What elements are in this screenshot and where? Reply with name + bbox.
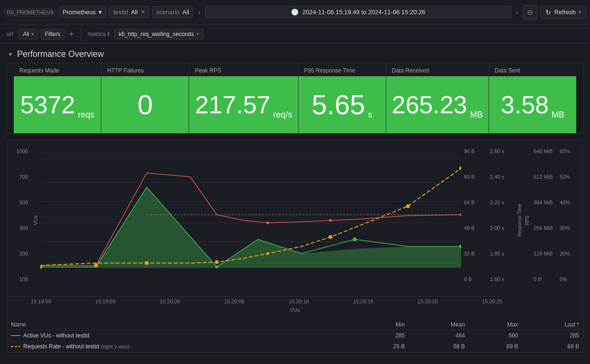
ds-name: Prometheus [63,9,96,16]
y-axis-right2: 2.60 s 2.40 s 2.20 s 2.00 s 1.80 s 1.60 … [487,145,516,296]
stat-card-data-sent: Data Sent 3.58 MB [489,64,576,133]
filters-button[interactable]: Filters [41,29,65,39]
stat-value-data-received: 265.23 [392,92,467,117]
stat-card-header-data-received: Data Received [386,64,489,76]
stat-card-body-data-received: 265.23 MB [386,76,489,133]
svg-point-21 [460,213,461,216]
ds-label: DS_PROMETHEUS [4,8,56,17]
add-filter-button[interactable]: + [67,30,75,38]
stat-card-requests-made: Requests Made 5372 reqs [14,64,101,133]
url-chevron-icon: ▾ [31,31,34,36]
y-axis-left-label: VUs [31,145,40,296]
filter2-label: scenario [156,9,180,16]
info-icon[interactable]: ℹ [108,31,109,37]
svg-point-9 [94,264,98,267]
legend-col-min: Min [355,319,408,330]
legend-min-2: 25 B [355,341,408,352]
stat-value-http-failures: 0 [137,91,153,118]
refresh-button[interactable]: ↻ Refresh ▾ [540,6,586,18]
legend-color-1 [11,335,20,336]
svg-point-19 [266,221,269,224]
legend-col-last: Last * [522,319,583,330]
section-collapse-button[interactable]: ▼ [8,51,13,58]
legend-sub-note-2: (right y-axis) [101,344,130,349]
filter1-clear-icon[interactable]: ✕ [141,9,145,15]
metrics-value: k6_http_req_waiting_seconds [118,31,194,37]
svg-point-16 [215,265,218,268]
legend-row-1: Active VUs - without testid 285 464 500 … [7,330,583,341]
top-bar: DS_PROMETHEUS Prometheus ▾ testid All ✕ … [0,0,590,25]
chevron-down-icon: ▾ [99,9,102,16]
section-title: Performance Overview [17,49,104,59]
svg-point-13 [328,235,332,239]
filter1-value: All [131,9,137,16]
time-prev-button[interactable]: ‹ [196,9,202,16]
stat-card-body-requests-made: 5372 reqs [14,76,101,133]
metrics-selector[interactable]: k6_http_req_waiting_seconds ▾ [114,29,203,39]
divider [81,27,81,41]
legend-mean-2: 58 B [408,341,469,352]
filter1-label: testid [113,9,128,16]
legend-col-max: Max [469,319,522,330]
url-label: url [4,29,16,39]
filter2-pill[interactable]: scenario All [152,6,194,18]
legend-max-1: 500 [469,330,522,341]
url-all-selector[interactable]: All ▾ [18,29,37,39]
stat-card-header-requests-made: Requests Made [14,64,101,76]
y-axis-rps-label: Response Time [516,145,523,296]
stat-value-p95-response: 5.65 [312,91,365,118]
second-bar: url All ▾ Filters + metrics ℹ k6_http_re… [0,25,590,44]
stat-card-data-received: Data Received 265.23 MB [386,64,489,133]
stat-unit-data-sent: MB [552,110,564,124]
y-axis-right4: 60% 50% 40% 30% 20% 0% [557,145,583,296]
ds-selector[interactable]: Prometheus ▾ [58,6,106,18]
refresh-chevron-icon: ▾ [579,9,581,15]
stat-unit-peak-rps: req/s [273,110,292,124]
svg-point-17 [353,237,356,241]
url-all-value: All [23,31,29,37]
clock-icon: 🕐 [291,9,299,16]
svg-point-12 [266,252,269,255]
legend-col-name: Name [7,319,355,330]
y-axis-response-label: RPS [523,145,531,296]
legend-mean-1: 464 [408,330,469,341]
section-header: ▼ Performance Overview [0,44,590,63]
legend-last-2: 89 B [522,341,583,352]
legend-max-2: 89 B [469,341,522,352]
stat-card-http-failures: HTTP Failures 0 [101,64,189,133]
chart-container: 1000 700 500 300 200 100 VUs [7,139,583,353]
stat-card-body-peak-rps: 217.57 req/s [189,76,298,133]
y-axis-right3: 640 MiB 512 MiB 384 MiB 256 MiB 128 MiB … [531,145,557,296]
chart-svg [40,145,461,282]
chart-main[interactable] [40,145,461,296]
time-range-selector[interactable]: 🕐 2024-11-06 15:19:49 to 2024-11-06 15:2… [205,6,511,18]
metrics-chevron-icon: ▾ [197,31,199,36]
legend-table: Name Min Mean Max Last * Active VUs - wi… [7,319,583,352]
time-next-button[interactable]: › [514,9,520,16]
legend-last-1: 285 [522,330,583,341]
svg-point-10 [145,261,148,265]
stat-unit-p95-response: s [368,110,372,124]
legend-min-1: 285 [355,330,408,341]
svg-point-11 [215,260,218,264]
chart-inner: 1000 700 500 300 200 100 VUs [7,145,583,296]
zoom-out-button[interactable]: ⊖ [523,5,537,19]
stat-card-header-p95-response: P95 Response Time [299,64,386,76]
filter1-pill[interactable]: testid All ✕ [109,6,149,18]
legend-col-mean: Mean [408,319,469,330]
y-axis-left: 1000 700 500 300 200 100 [7,145,31,296]
stat-card-body-p95-response: 5.65 s [299,76,386,133]
y-axis-right1: 96 B 80 B 64 B 48 B 32 B 0 B [461,145,487,296]
y-axis-right-group: 96 B 80 B 64 B 48 B 32 B 0 B 2.60 s 2.40… [461,145,583,296]
x-axis: 15:19:50 15:19:55 15:20:00 15:20:05 15:2… [7,296,502,306]
legend-name-1: Active VUs - without testid [7,330,355,341]
stat-card-body-http-failures: 0 [101,76,189,133]
metrics-label: metrics ℹ [86,31,112,37]
time-range-text: 2024-11-06 15:19:49 to 2024-11-06 15:20:… [302,9,426,16]
stat-unit-requests-made: reqs [78,110,94,124]
stat-card-header-data-sent: Data Sent [489,64,576,76]
legend-name-2: Requests Rate - without testid (right y-… [7,341,355,352]
svg-point-15 [459,166,461,170]
x-axis-label: VUs [7,306,583,316]
stat-value-peak-rps: 217.57 [195,92,270,117]
